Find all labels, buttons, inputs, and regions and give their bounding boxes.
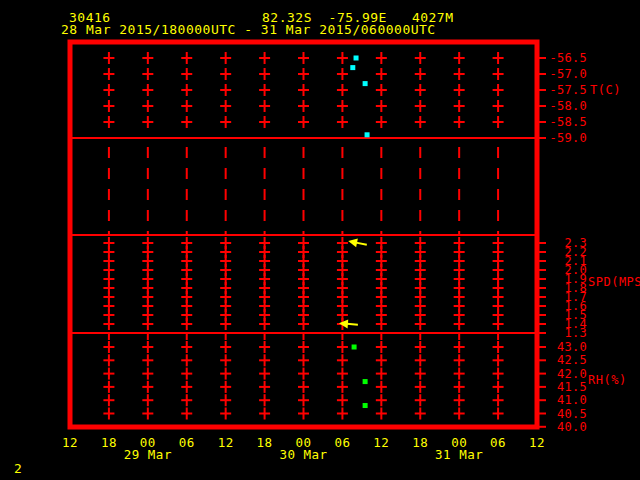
- temp-tick-label: -56.5: [549, 51, 587, 65]
- wind-arrow: [347, 237, 367, 249]
- x-hour-label: 12: [373, 435, 389, 450]
- x-hour-label: 18: [412, 435, 428, 450]
- rh-tick-label: 40.0: [557, 420, 587, 434]
- temp-tick-label: -58.5: [549, 115, 587, 129]
- rh-tick-label: 40.5: [557, 407, 587, 421]
- temperature-point: [354, 56, 359, 61]
- x-hour-label: 12: [218, 435, 234, 450]
- wind-tick-label: 1.3: [564, 326, 587, 340]
- temperature-point: [363, 81, 368, 86]
- x-date-label: 31 Mar: [435, 447, 483, 462]
- humidity-point: [352, 345, 357, 350]
- temperature-point: [350, 65, 355, 70]
- x-hour-label: 18: [101, 435, 117, 450]
- temp-axis-unit-label: T(C): [590, 83, 621, 97]
- humidity-point: [363, 403, 368, 408]
- axis-label-layer: -56.5-57.0-57.5-58.0-58.5-59.02.32.22.12…: [62, 51, 587, 462]
- x-hour-label: 06: [334, 435, 350, 450]
- wind-arrow-shaft: [347, 324, 358, 325]
- x-hour-label: 18: [257, 435, 273, 450]
- humidity-point: [363, 379, 368, 384]
- wind-axis-unit-label: SPD(MPS): [588, 275, 640, 289]
- x-date-label: 29 Mar: [124, 447, 172, 462]
- x-hour-label: 12: [529, 435, 545, 450]
- temp-tick-label: -59.0: [549, 131, 587, 145]
- grid-layer: [70, 42, 546, 427]
- x-date-label: 30 Mar: [279, 447, 327, 462]
- wind-arrow-shaft: [356, 243, 367, 245]
- x-hour-label: 06: [179, 435, 195, 450]
- temperature-point: [365, 132, 370, 137]
- rh-axis-unit-label: RH(%): [588, 373, 627, 387]
- time-period: 28 Mar 2015/180000UTC - 31 Mar 2015/0600…: [61, 23, 436, 36]
- x-hour-label: 06: [490, 435, 506, 450]
- rh-tick-label: 41.0: [557, 393, 587, 407]
- meteogram-plot: -56.5-57.0-57.5-58.0-58.5-59.02.32.22.12…: [0, 0, 640, 480]
- page-number: 2: [14, 462, 22, 475]
- x-hour-label: 12: [62, 435, 78, 450]
- rh-tick-label: 41.5: [557, 380, 587, 394]
- temp-tick-label: -57.5: [549, 83, 587, 97]
- rh-tick-label: 43.0: [557, 340, 587, 354]
- meteogram-screen: 30416 82.32S -75.99E 4027M 28 Mar 2015/1…: [0, 0, 640, 480]
- temp-tick-label: -58.0: [549, 99, 587, 113]
- temp-tick-label: -57.0: [549, 67, 587, 81]
- wind-arrow-head: [347, 237, 358, 248]
- rh-tick-label: 42.5: [557, 353, 587, 367]
- rh-tick-label: 42.0: [557, 367, 587, 381]
